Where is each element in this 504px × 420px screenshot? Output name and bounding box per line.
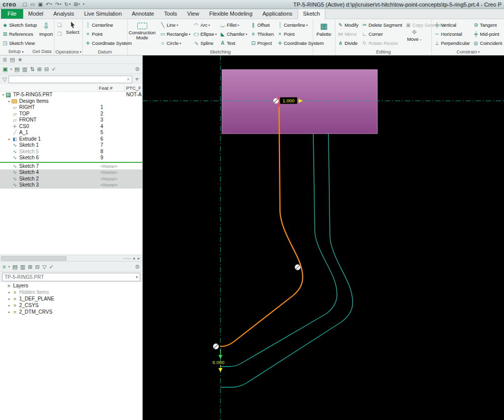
tree-row[interactable]: ▸≡1_DEF_PLANE: [0, 295, 142, 302]
tree-row[interactable]: ▱FRONT3: [0, 117, 142, 124]
references-button[interactable]: ⊞References: [1, 29, 38, 38]
midpoint-constraint-button[interactable]: ╪Mid-point: [472, 29, 503, 38]
favorites-icon[interactable]: ★: [17, 55, 23, 64]
expand-all-icon[interactable]: ⊞: [36, 65, 42, 73]
chevron-down-icon[interactable]: ▾: [10, 65, 12, 73]
layer-model-combobox[interactable]: TP-5-RING5.PRT ▾: [2, 273, 140, 281]
ptcf-column-header[interactable]: PTC_F: [126, 85, 141, 91]
sketch-setup-button[interactable]: ◈Sketch Setup: [1, 20, 38, 29]
collapse-all-icon[interactable]: ⊟: [44, 65, 49, 73]
tab-live-simulation[interactable]: Live Simulation: [79, 9, 127, 19]
tree-row[interactable]: ╱A_15: [0, 130, 142, 136]
sketch-canvas[interactable]: 1.000 8.000: [143, 55, 504, 420]
save-button[interactable]: ▣: [37, 1, 43, 8]
tree-row[interactable]: ∿Sketch 69: [0, 155, 142, 161]
setup-group-label[interactable]: Setup ▾: [1, 48, 31, 55]
expand-icon[interactable]: ▸: [7, 309, 12, 315]
dim-value-text[interactable]: 1.000: [283, 98, 295, 103]
layers-dropdown-icon[interactable]: ≡: [2, 263, 6, 271]
layer-apply-icon[interactable]: ✓: [48, 263, 54, 271]
new-file-button[interactable]: ▢: [21, 1, 28, 8]
tree-row[interactable]: ✛CS04: [0, 124, 142, 130]
line-button[interactable]: ╲Line▾: [158, 20, 191, 29]
layer-collapse-icon[interactable]: ⊟: [34, 263, 40, 271]
rectangle-button[interactable]: ▭Rectangle▾: [158, 29, 191, 38]
column-divider[interactable]: [97, 85, 98, 91]
tree-row[interactable]: ▸≡2_DTM_CRVS: [0, 309, 142, 315]
scrollbar-thumb[interactable]: [1, 256, 67, 261]
tab-tools[interactable]: Tools: [159, 9, 182, 19]
vertical-constraint-button[interactable]: ┼Vertical: [433, 20, 471, 29]
coincident-constraint-button[interactable]: ◎Coincident: [472, 38, 503, 47]
datum-csys-button[interactable]: ✛Coordinate System: [84, 38, 133, 47]
point-handle[interactable]: [295, 265, 301, 270]
construction-mode-button[interactable]: Construction Mode: [129, 20, 155, 40]
expand-icon[interactable]: ▸: [7, 296, 12, 302]
horizontal-constraint-button[interactable]: ─Horizontal: [433, 29, 471, 38]
palette-button[interactable]: ▦ Palette: [314, 20, 333, 37]
expand-icon[interactable]: ▸: [7, 303, 12, 309]
tab-flexible-modeling[interactable]: Flexible Modeling: [204, 9, 258, 19]
layer-filter-icon[interactable]: ▽: [42, 263, 47, 271]
constrain-group-label[interactable]: Constrain▾: [433, 48, 503, 55]
tab-view[interactable]: View: [182, 9, 204, 19]
datum-point-button[interactable]: ×Point: [84, 29, 133, 38]
apply-filter-icon[interactable]: ✓: [51, 65, 57, 73]
open-button[interactable]: ▭: [29, 1, 36, 8]
tab-sketch[interactable]: Sketch: [298, 9, 326, 19]
panel-splitter-grip[interactable]: ••••: [124, 256, 131, 261]
model-tree-tab-icon[interactable]: ≣: [2, 55, 8, 64]
tree-row[interactable]: ∿Sketch 4<None>: [0, 169, 142, 176]
tree-filters-icon[interactable]: ▥: [22, 65, 28, 73]
tree-row[interactable]: ▱TOP2: [0, 111, 142, 117]
show-dropdown-icon[interactable]: ▣: [2, 65, 8, 73]
offset-curve-inner[interactable]: [220, 134, 337, 367]
layer-settings-icon[interactable]: ⚙: [134, 263, 140, 271]
thicken-button[interactable]: ≡Thicken: [249, 29, 275, 38]
add-filter-icon[interactable]: +: [134, 76, 140, 83]
tree-row[interactable]: ∿Sketch 2<None>: [0, 176, 142, 183]
sketch-view-button[interactable]: ◳Sketch View: [1, 38, 38, 47]
scroll-left-icon[interactable]: ◂: [131, 256, 136, 261]
feat-column-header[interactable]: Feat #: [99, 85, 113, 91]
text-button[interactable]: AText: [218, 38, 248, 47]
tree-row[interactable]: ▱RIGHT1: [0, 104, 142, 111]
tab-applications[interactable]: Applications: [257, 9, 297, 19]
modify-button[interactable]: ✎Modify: [337, 20, 359, 29]
folder-browser-icon[interactable]: ▤: [9, 55, 15, 64]
tree-row[interactable]: ∿Sketch 58: [0, 149, 142, 155]
search-input[interactable]: [10, 77, 126, 82]
chevron-down-icon[interactable]: ▾: [8, 263, 10, 271]
layer-columns-icon[interactable]: ▤: [12, 263, 18, 271]
scroll-right-icon[interactable]: ▸: [136, 256, 141, 261]
column-divider[interactable]: [124, 85, 125, 91]
select-button[interactable]: Select: [65, 20, 81, 35]
dimension-8[interactable]: 8.000: [212, 349, 225, 372]
tree-row[interactable]: ∿Sketch 3<None>: [0, 182, 142, 189]
window-button[interactable]: ⊞▾: [73, 1, 81, 8]
project-button[interactable]: ⊡Project: [249, 38, 275, 47]
spline-button[interactable]: ∿Spline: [192, 38, 217, 47]
perpendicular-constraint-button[interactable]: ⊥Perpendicular: [433, 38, 471, 47]
tree-row[interactable]: ▸Design Items: [0, 98, 142, 105]
corner-button[interactable]: ∟Corner: [360, 29, 403, 38]
ellipse-button[interactable]: ◯Ellipse▾: [192, 29, 217, 38]
tree-row[interactable]: ∿Sketch 7<None>: [0, 163, 142, 170]
tree-row[interactable]: ▸≡Hidden Items: [0, 289, 142, 295]
arc-button[interactable]: ◠Arc▾: [192, 20, 217, 29]
tab-annotate[interactable]: Annotate: [127, 9, 159, 19]
expand-icon[interactable]: ▾: [1, 92, 6, 98]
tree-settings-icon[interactable]: ⚙: [134, 65, 140, 73]
tree-row[interactable]: ≡Layers: [0, 282, 142, 289]
undo-button[interactable]: ↶▾: [45, 1, 53, 8]
fillet-button[interactable]: ◡Fillet▾: [218, 20, 248, 29]
expand-icon[interactable]: ▸: [7, 289, 12, 295]
tree-row[interactable]: ▸≡2_CSYS: [0, 302, 142, 309]
layer-expand-icon[interactable]: ⊞: [27, 263, 33, 271]
tangent-constraint-button[interactable]: ⊘Tangent: [472, 20, 503, 29]
tab-analysis[interactable]: Analysis: [48, 9, 79, 19]
selected-sketch-curve[interactable]: [220, 102, 303, 346]
offset-curve-outer[interactable]: [220, 134, 353, 387]
expand-collapse-icon[interactable]: ⇅: [29, 65, 35, 73]
tree-row[interactable]: ▸◧Extrude 16: [0, 136, 142, 143]
